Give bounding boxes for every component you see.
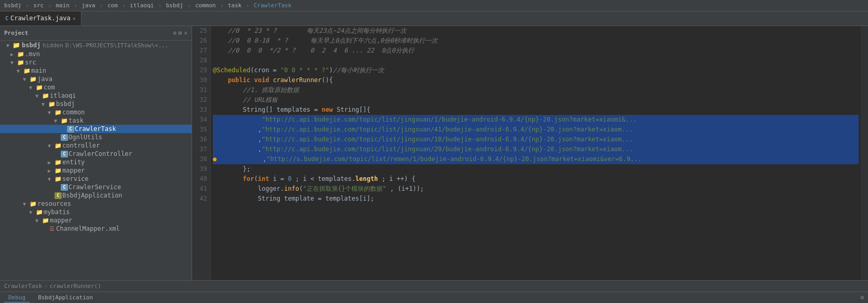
ognlutils-class-icon: C	[60, 134, 69, 141]
tree-item-mapper-sub[interactable]: ▼ 📁 mapper	[0, 216, 192, 225]
sep9: ›	[246, 2, 249, 9]
toolbar-src[interactable]: src	[31, 2, 46, 9]
tree-item-controller[interactable]: ▼ 📁 controller	[0, 141, 192, 150]
crawlertask-label: CrawlerTask	[75, 125, 116, 133]
code-text-41: logger.info("正在抓取第{}个模块的数据" , (i+1));	[213, 184, 424, 194]
tree-item-itlaoqi[interactable]: ▼ 📁 itlaoqi	[0, 91, 192, 100]
ln-34: 34	[192, 115, 210, 125]
root-expand-icon: ▼	[6, 43, 12, 48]
sidebar-close-icon[interactable]: ✕	[184, 30, 187, 36]
tree-item-bsbdjapplication[interactable]: C BsbdjApplication	[0, 191, 192, 200]
ln-31: 31	[192, 85, 210, 95]
code-text-34: "http://c.api.budejie.com/topic/list/jin…	[213, 115, 636, 125]
java-label: java	[37, 75, 52, 83]
mapper-label: mapper	[62, 167, 85, 174]
ln-41: 41	[192, 184, 210, 194]
toolbar-task[interactable]: task	[226, 2, 244, 9]
tree-item-java[interactable]: ▼ 📁 java	[0, 75, 192, 83]
code-text-35: ,"http://c.api.budejie.com/topic/list/ji…	[213, 125, 633, 135]
code-line-30: public void crawlerRunner(){	[213, 75, 859, 85]
code-line-31: //1. 抓取原始数据	[213, 85, 859, 95]
main-folder-icon: 📁	[23, 68, 31, 74]
src-folder-icon: 📁	[17, 59, 25, 66]
ln-26: 26	[192, 36, 210, 46]
toolbar-itlaoqi[interactable]: itlaoqi	[128, 2, 156, 9]
entity-folder-icon: 📁	[54, 159, 62, 166]
toolbar-bsbdj2[interactable]: bsbdj	[164, 2, 185, 9]
toolbar-com[interactable]: com	[105, 2, 120, 9]
tree-item-entity[interactable]: ▶ 📁 entity	[0, 158, 192, 166]
ln-29: 29	[192, 65, 210, 75]
ln-28: 28	[192, 56, 210, 65]
code-line-40: for(int i = 0 ; i < templates.length ; i…	[213, 174, 859, 184]
task-arrow-icon: ▼	[54, 118, 60, 124]
project-root[interactable]: ▼ 📁 bsbdj hidden D:\WS-PROJECTS\ITTalkSh…	[0, 41, 192, 50]
tab-crawlertask[interactable]: C CrawlerTask.java ✕	[0, 11, 82, 25]
code-area[interactable]: //0 * 23 * ? 每天23点~24点之间每分钟执行一次 //0 0 8-…	[211, 26, 861, 280]
tree-item-crawlercontroller[interactable]: C CrawlerController	[0, 150, 192, 158]
main-arrow-icon: ▼	[17, 68, 23, 74]
tree-item-crawlerservice[interactable]: C CrawlerService	[0, 183, 192, 191]
toolbar-java[interactable]: java	[79, 2, 98, 9]
root-folder-icon: 📁	[12, 42, 20, 49]
bsbdjapp-class-icon: C	[54, 192, 62, 199]
code-text-42: String template = templates[i];	[213, 194, 374, 204]
breadcrumb-bar: CrawlerTask › crawlerRunner()	[0, 280, 868, 292]
mapper-sub-arrow-icon: ▼	[35, 218, 42, 223]
tree-item-mybatis[interactable]: ▼ 📁 mybatis	[0, 208, 192, 216]
code-text-31: //1. 抓取原始数据	[213, 85, 299, 95]
com-folder-icon: 📁	[35, 84, 44, 91]
tree-item-ognlutils[interactable]: C OgnlUtils	[0, 133, 192, 141]
code-line-25: //0 * 23 * ? 每天23点~24点之间每分钟执行一次	[213, 26, 859, 36]
ognlutils-label: OgnlUtils	[69, 134, 102, 141]
tree-item-src[interactable]: ▼ 📁 src	[0, 58, 192, 67]
tree-item-main[interactable]: ▼ 📁 main	[0, 67, 192, 75]
service-folder-icon: 📁	[54, 176, 62, 182]
service-label: service	[62, 175, 89, 182]
right-gutter	[861, 26, 868, 280]
toolbar-crawlertask[interactable]: CrawlerTask	[252, 2, 294, 9]
tree-item-task[interactable]: ▼ 📁 task	[0, 116, 192, 125]
toolbar-main[interactable]: main	[53, 2, 72, 9]
tree-item-crawlertask[interactable]: C CrawlerTask	[0, 125, 192, 133]
tree-item-service[interactable]: ▼ 📁 service	[0, 175, 192, 183]
toolbar-common[interactable]: common	[193, 2, 218, 9]
entity-arrow-icon: ▶	[48, 160, 54, 165]
sep3: ›	[74, 2, 77, 9]
editor: 25 26 27 28 29 30 31 32 33 34 35 36 37 3…	[192, 26, 868, 280]
toolbar-bsbdj[interactable]: bsbdj	[2, 2, 23, 9]
editor-content: 25 26 27 28 29 30 31 32 33 34 35 36 37 3…	[192, 26, 868, 280]
code-line-39: };	[213, 164, 859, 174]
debug-tab-debug[interactable]: Debug	[4, 293, 30, 302]
code-text-29: @Scheduled(cron = "0 0 * * * ?")//每小时执行一…	[213, 65, 384, 75]
code-text-25: //0 * 23 * ? 每天23点~24点之间每分钟执行一次	[213, 26, 406, 36]
tree-item-com[interactable]: ▼ 📁 com	[0, 83, 192, 91]
sidebar-controls: ⚙ ⊞ ✕	[173, 30, 187, 36]
code-line-28	[213, 56, 859, 65]
tree-item-mapper[interactable]: ▶ 📁 mapper	[0, 166, 192, 175]
tree-item-common[interactable]: ▼ 📁 common	[0, 108, 192, 116]
tree-item-channelmapper[interactable]: ☰ ChannelMapper.xml	[0, 225, 192, 233]
sidebar-expand-icon[interactable]: ⊞	[179, 30, 182, 36]
code-text-36: ,"http://c.api.budejie.com/topic/list/ji…	[213, 135, 633, 144]
itlaoqi-arrow-icon: ▼	[35, 93, 42, 99]
com-label: com	[44, 84, 55, 91]
code-text-28	[213, 56, 216, 65]
com-arrow-icon: ▼	[29, 85, 35, 90]
debug-tab-bsbdjapplication[interactable]: BsbdjApplication	[34, 293, 97, 302]
tree-item-bsbdj[interactable]: ▼ 📁 bsbdj	[0, 100, 192, 108]
tree-item-resources[interactable]: ▼ 📁 resources	[0, 200, 192, 208]
code-line-35: ,"http://c.api.budejie.com/topic/list/ji…	[213, 125, 859, 135]
tree-item-mvn[interactable]: ▶ 📁 .mvn	[0, 50, 192, 58]
code-text-26: //0 0 8-18 * ? 每天早上8点到下午六点,0份0秒准时执行一次	[213, 36, 438, 46]
ln-35: 35	[192, 125, 210, 135]
tab-close-icon[interactable]: ✕	[73, 16, 76, 21]
debug-settings-icon[interactable]: ⚙	[860, 294, 864, 301]
sidebar[interactable]: Project ⚙ ⊞ ✕ ▼ 📁 bsbdj hidden D:\WS-PRO…	[0, 26, 192, 280]
sidebar-settings-icon[interactable]: ⚙	[173, 30, 177, 36]
debug-controls: ⚙	[860, 294, 864, 301]
mybatis-folder-icon: 📁	[35, 209, 44, 216]
breadcrumb-crawlertask: CrawlerTask	[4, 283, 42, 289]
crawlercontroller-label: CrawlerController	[69, 150, 132, 157]
code-text-40: for(int i = 0 ; i < templates.length ; i…	[213, 174, 415, 184]
